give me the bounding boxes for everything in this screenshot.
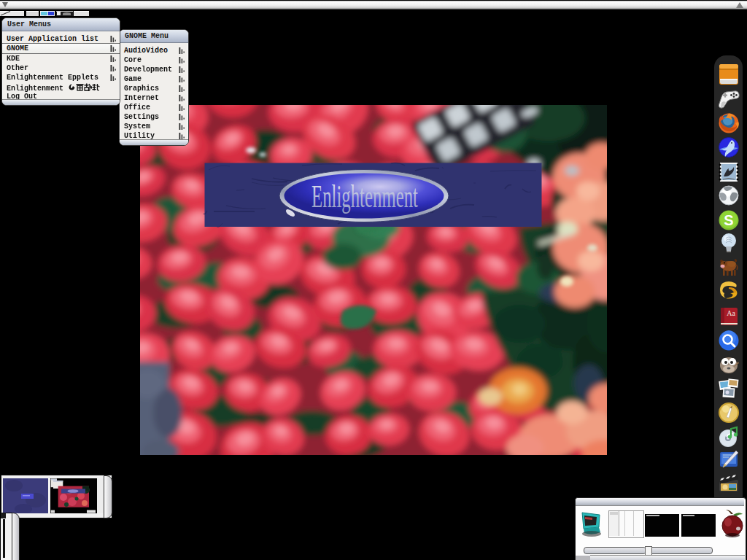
svg-text:Enlightenment: Enlightenment	[311, 179, 418, 214]
svg-text:Aa: Aa	[727, 309, 735, 317]
svg-text:S: S	[724, 212, 733, 228]
